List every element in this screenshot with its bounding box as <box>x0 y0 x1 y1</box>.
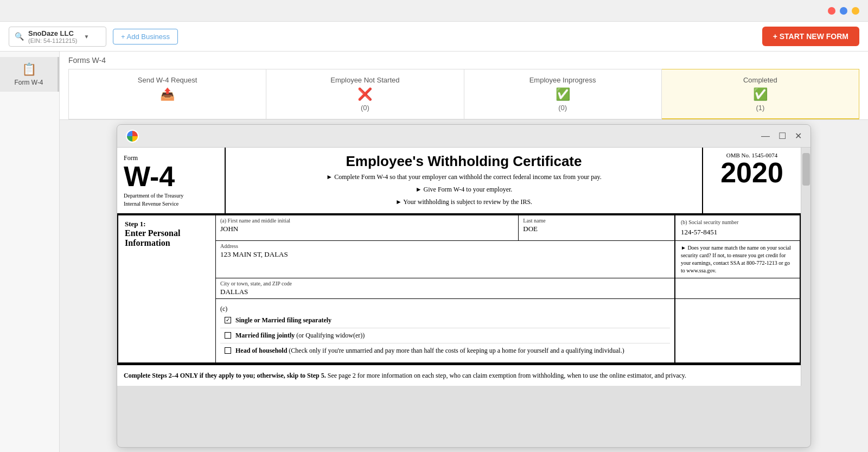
w4-checkbox-hoh-label: Head of household (Check only if you're … <box>235 347 624 355</box>
tab-send-w4[interactable]: Send W-4 Request 📤 <box>68 69 266 119</box>
w4-filing-status-area: (c) ✓ Single or Married filing separatel… <box>216 299 675 362</box>
w4-step1-label: Step 1: Enter Personal Information <box>118 215 216 362</box>
window-controls <box>828 7 859 15</box>
business-info: SnoDaze LLC (EIN: 54-1121215) <box>28 29 78 44</box>
w4-header-left: Form W-4 Department of the Treasury Inte… <box>117 148 226 213</box>
restore-browser-button[interactable]: ☐ <box>778 131 786 141</box>
w4-city-field: City or town, state, and ZIP code DALLAS <box>216 278 675 298</box>
w4-checkbox-row-2: Married filing jointly (or Qualifying wi… <box>220 328 670 343</box>
w4-step1-heading: Step 1: <box>125 220 209 228</box>
sidebar: 📋 Form W-4 <box>0 52 60 452</box>
minimize-browser-button[interactable]: — <box>761 131 770 141</box>
tab-inprogress-count: (0) <box>558 104 567 112</box>
w4-checkbox-row-3: Head of household (Check only if you're … <box>220 343 670 358</box>
w4-first-name-value: JOHN <box>220 224 514 233</box>
w4-ssn-note-text: ► Does your name match the name on your … <box>681 245 791 273</box>
tab-send-label: Send W-4 Request <box>138 76 197 84</box>
w4-bottom-note-bold: Complete Steps 2–4 ONLY if they apply to… <box>124 372 326 379</box>
w4-name-row: (a) First name and middle initial JOHN L… <box>216 215 800 241</box>
tab-inprogress-label: Employee Inprogress <box>529 76 596 84</box>
w4-first-name-label: (a) First name and middle initial <box>220 218 514 224</box>
minimize-icon[interactable] <box>840 7 847 15</box>
start-new-form-button[interactable]: + START NEW FORM <box>762 27 859 46</box>
completed-icon: ✅ <box>753 87 768 101</box>
business-ein: (EIN: 54-1121215) <box>28 37 78 44</box>
w4-checkbox-married[interactable] <box>225 332 231 339</box>
w4-form: Form W-4 Department of the Treasury Inte… <box>117 148 801 386</box>
w4-year: 2020 <box>710 158 794 187</box>
w4-ssn-note-container: (b) Social security number 124-57-8451 <box>675 215 800 240</box>
w4-last-name-field: Last name DOE <box>519 215 675 240</box>
w4-step1-row: Step 1: Enter Personal Information (a) F… <box>118 215 800 363</box>
w4-dept-line1: Department of the Treasury <box>124 193 218 199</box>
w4-filing-status-label: (c) <box>220 305 227 313</box>
scrollbar-thumb[interactable] <box>802 153 810 186</box>
w4-checkbox-single[interactable]: ✓ <box>225 317 231 323</box>
forms-title: Forms W-4 <box>68 56 859 65</box>
document-with-scroll: Form W-4 Department of the Treasury Inte… <box>117 148 810 386</box>
w4-checkbox-single-label: Single or Married filing separately <box>235 316 331 324</box>
w4-bottom-note: Complete Steps 2–4 ONLY if they apply to… <box>117 364 801 386</box>
w4-city-value: DALLAS <box>220 287 670 296</box>
send-icon: 📤 <box>160 87 175 101</box>
w4-instruction1: ► Complete Form W-4 so that your employe… <box>234 172 693 182</box>
main-layout: 📋 Form W-4 Forms W-4 Send W-4 Request 📤 … <box>0 52 868 452</box>
close-browser-button[interactable]: ✕ <box>795 131 802 141</box>
w4-step1-title: Enter Personal Information <box>125 228 209 248</box>
w4-body: Step 1: Enter Personal Information (a) F… <box>117 214 801 364</box>
w4-checkbox-row-1: ✓ Single or Married filing separately <box>220 313 670 328</box>
w4-city-label: City or town, state, and ZIP code <box>220 281 670 287</box>
w4-address-label: Address <box>220 243 670 249</box>
tab-completed-count: (1) <box>756 104 764 112</box>
chevron-down-icon: ▼ <box>84 34 90 40</box>
w4-dept-line2: Internal Revenue Service <box>124 201 218 207</box>
title-bar <box>0 0 868 22</box>
w4-checkbox-hoh[interactable] <box>225 347 231 354</box>
w4-address-field: Address 123 MAIN ST, DALAS <box>216 241 675 278</box>
document-content: Form W-4 Department of the Treasury Inte… <box>117 148 801 386</box>
search-icon: 🔍 <box>15 32 24 41</box>
w4-address-value: 123 MAIN ST, DALAS <box>220 249 670 259</box>
tab-not-started[interactable]: Employee Not Started ❌ (0) <box>266 69 464 119</box>
tab-not-started-count: (0) <box>361 104 369 112</box>
sidebar-item-label: Form W-4 <box>14 79 43 86</box>
document-area[interactable]: — ☐ ✕ Form W-4 <box>60 120 868 452</box>
w4-city-side-note <box>675 278 800 298</box>
error-icon: ❌ <box>358 87 372 101</box>
top-bar: 🔍 SnoDaze LLC (EIN: 54-1121215) ▼ + Add … <box>0 22 868 52</box>
inprogress-icon: ✅ <box>556 87 570 101</box>
forms-header: Forms W-4 Send W-4 Request 📤 Employee No… <box>60 52 868 120</box>
w4-main-title: Employee's Withholding Certificate <box>234 153 693 170</box>
w4-ssn-label: (b) Social security number <box>681 219 794 226</box>
scrollbar[interactable] <box>801 148 810 386</box>
w4-fields-area: (a) First name and middle initial JOHN L… <box>216 215 800 362</box>
w4-header-center: Employee's Withholding Certificate ► Com… <box>226 148 703 213</box>
sidebar-item-form-w4[interactable]: 📋 Form W-4 <box>0 57 59 92</box>
browser-controls: — ☐ ✕ <box>761 131 802 141</box>
w4-bottom-note-text: See page 2 for more information on each … <box>328 372 686 379</box>
w4-instruction2: ► Give Form W-4 to your employer. <box>234 184 693 195</box>
tab-not-started-label: Employee Not Started <box>330 76 399 84</box>
close-icon[interactable] <box>828 7 835 15</box>
browser-window: — ☐ ✕ Form W-4 <box>117 124 811 448</box>
w4-address-row: Address 123 MAIN ST, DALAS ► Does your n… <box>216 241 800 278</box>
w4-checkbox-married-label: Married filing jointly (or Qualifying wi… <box>235 332 365 340</box>
add-business-button[interactable]: + Add Business <box>113 29 178 44</box>
business-selector[interactable]: 🔍 SnoDaze LLC (EIN: 54-1121215) ▼ <box>9 27 106 47</box>
w4-city-row: City or town, state, and ZIP code DALLAS <box>216 278 800 299</box>
tab-inprogress[interactable]: Employee Inprogress ✅ (0) <box>464 69 662 119</box>
status-tabs: Send W-4 Request 📤 Employee Not Started … <box>68 69 859 119</box>
chrome-logo-icon <box>126 130 139 143</box>
w4-filing-status-row: (c) ✓ Single or Married filing separatel… <box>216 299 800 362</box>
business-name: SnoDaze LLC <box>28 29 78 37</box>
w4-ssn-value: 124-57-8451 <box>681 226 794 237</box>
tab-completed[interactable]: Completed ✅ (1) <box>662 69 859 119</box>
w4-header: Form W-4 Department of the Treasury Inte… <box>117 148 801 214</box>
maximize-icon[interactable] <box>852 7 859 15</box>
w4-header-right: OMB No. 1545-0074 2020 <box>703 148 801 213</box>
w4-instruction3: ► Your withholding is subject to review … <box>234 197 693 207</box>
browser-titlebar: — ☐ ✕ <box>117 125 810 148</box>
tab-completed-label: Completed <box>743 76 777 84</box>
w4-ssn-note: ► Does your name match the name on your … <box>675 241 800 278</box>
w4-last-name-label: Last name <box>523 218 670 224</box>
